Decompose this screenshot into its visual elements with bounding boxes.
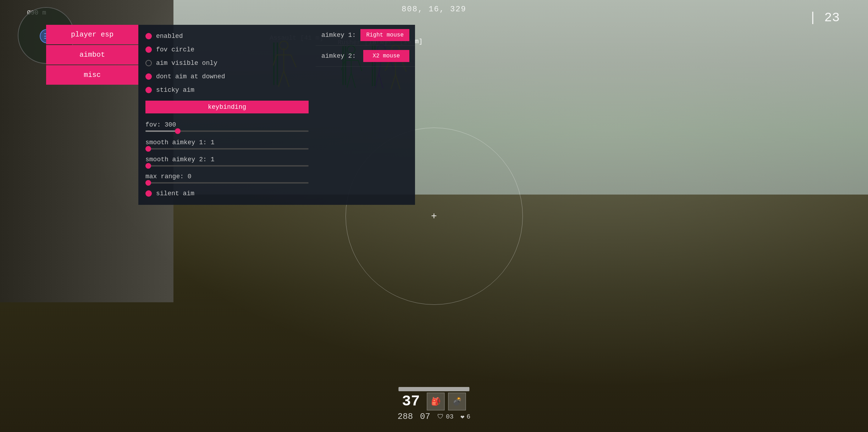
toggle-enabled-label: enabled [156, 33, 183, 40]
toggle-aim-visible-row: aim visible only [145, 58, 309, 68]
smooth-aimkey1-slider-track[interactable] [145, 148, 309, 150]
toggle-sticky-aim-row: sticky aim [145, 85, 309, 95]
status-value-2: 6 [466, 413, 470, 420]
smooth-aimkey1-section: smooth aimkey 1: 1 [145, 138, 309, 151]
toggle-fov-circle-dot[interactable] [145, 46, 152, 53]
hud-icon-grenade: 💣 [448, 393, 466, 410]
bottom-hud: 37 🎒 💣 288 07 🛡 03 ❤ 6 [398, 387, 470, 421]
coordinates: 808, 16, 329 [402, 5, 466, 14]
toggle-silent-aim-label: silent aim [156, 190, 194, 197]
main-panels: player esp aimbot misc enabled fov circl… [46, 25, 415, 205]
smooth-aimkey1-slider-thumb[interactable] [145, 146, 151, 152]
max-range-slider-thumb[interactable] [145, 180, 151, 186]
keybinding-section: keybinding [145, 101, 309, 113]
tab-buttons: player esp aimbot misc [46, 25, 138, 205]
aimkey1-row: aimkey 1: Right mouse [316, 25, 415, 46]
toggle-aim-visible-label: aim visible only [156, 60, 217, 67]
toggle-sticky-aim-dot[interactable] [145, 87, 152, 93]
tab-player-esp[interactable]: player esp [46, 25, 138, 44]
crosshair: + [431, 211, 437, 221]
ammo-count: 37 [402, 393, 420, 410]
max-range-section: max range: 0 [145, 172, 309, 185]
fov-label: fov: 300 [145, 121, 309, 128]
status-row: 288 07 🛡 03 ❤ 6 [398, 412, 470, 421]
ammo-reserve: 288 [398, 412, 413, 421]
aimkey1-button[interactable]: Right mouse [360, 29, 409, 41]
toggle-fov-circle-row: fov circle [145, 45, 309, 55]
toggle-dont-aim-downed-row: dont aim at downed [145, 72, 309, 82]
ammo-secondary: 07 [420, 412, 430, 421]
shield-icon: 🛡 [437, 413, 444, 420]
toggle-enabled-dot[interactable] [145, 33, 152, 39]
aimkey2-row: aimkey 2: X2 mouse [316, 46, 415, 67]
smooth-aimkey1-label: smooth aimkey 1: 1 [145, 139, 309, 146]
max-range-slider-track[interactable] [145, 182, 309, 184]
smooth-aimkey2-section: smooth aimkey 2: 1 [145, 155, 309, 168]
ammo-bar [398, 387, 469, 391]
tab-misc[interactable]: misc [46, 65, 138, 85]
smooth-aimkey2-label: smooth aimkey 2: 1 [145, 156, 309, 163]
menu-container: player esp aimbot misc enabled fov circl… [46, 25, 415, 205]
smooth-aimkey2-slider-track[interactable] [145, 165, 309, 167]
tab-aimbot[interactable]: aimbot [46, 45, 138, 64]
top-right-number: | 23 [809, 11, 840, 25]
aimkey2-label: aimkey 2: [321, 52, 356, 60]
max-range-label: max range: 0 [145, 173, 309, 180]
health-icon: ❤ [460, 413, 464, 421]
toggle-sticky-aim-label: sticky aim [156, 86, 194, 94]
fov-slider-fill [145, 130, 178, 132]
aimbot-panel: enabled fov circle aim visible only dont… [138, 25, 316, 205]
status-value-1: 03 [446, 413, 454, 420]
fov-section: fov: 300 [145, 119, 309, 134]
ammo-main: 37 🎒 💣 [402, 393, 466, 410]
toggle-fov-circle-label: fov circle [156, 46, 194, 53]
toggle-dont-aim-downed-dot[interactable] [145, 73, 152, 80]
toggle-dont-aim-downed-label: dont aim at downed [156, 73, 225, 80]
keybinding-button[interactable]: keybinding [145, 101, 309, 113]
aimkey2-button[interactable]: X2 mouse [363, 50, 409, 62]
hud-overlay: 808, 16, 329 | 23 ☰ Ø90 m Assault [41 m] [0, 0, 868, 432]
fov-slider-thumb[interactable] [175, 128, 181, 134]
toggle-silent-aim-dot[interactable] [145, 190, 152, 197]
aimkey1-label: aimkey 1: [321, 32, 356, 39]
ammo-icons: 🎒 💣 [427, 393, 466, 410]
status-item-1: 🛡 03 [437, 413, 454, 420]
toggle-aim-visible-dot[interactable] [145, 60, 152, 66]
fov-slider-track[interactable] [145, 130, 309, 132]
hud-icon-armor: 🎒 [427, 393, 445, 410]
toggle-enabled-row: enabled [145, 31, 309, 41]
smooth-aimkey2-slider-thumb[interactable] [145, 163, 151, 169]
toggle-silent-aim-row: silent aim [145, 189, 309, 198]
extended-panel: aimkey 1: Right mouse aimkey 2: X2 mouse [316, 25, 415, 205]
status-item-2: ❤ 6 [460, 413, 470, 421]
